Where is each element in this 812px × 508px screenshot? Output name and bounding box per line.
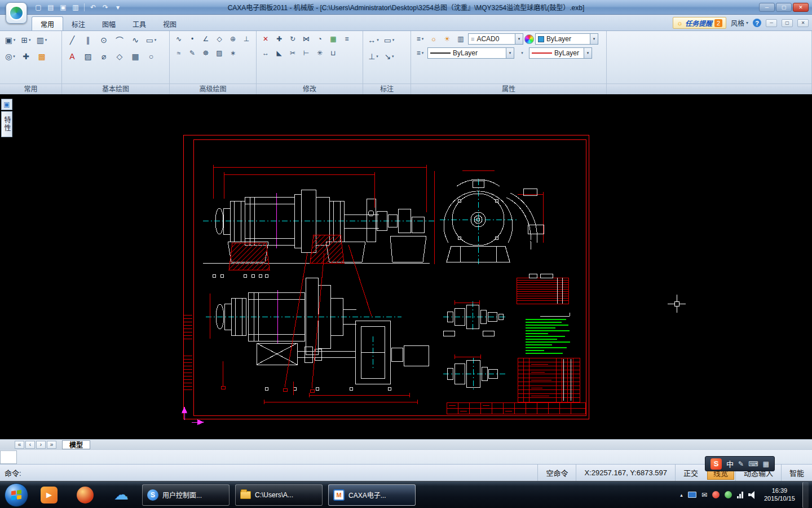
- line-button[interactable]: ╱: [65, 33, 80, 47]
- extend-button[interactable]: ⊢: [300, 47, 312, 59]
- tab-sheet[interactable]: 图幅: [94, 17, 124, 30]
- trim-button[interactable]: ✂: [286, 47, 299, 59]
- print-button[interactable]: ▥: [70, 2, 81, 12]
- smart-snap-toggle[interactable]: 智能: [781, 465, 812, 481]
- volume-tray-icon[interactable]: [748, 491, 757, 498]
- color-combo-caret[interactable]: ▾: [590, 34, 598, 44]
- show-desktop-button[interactable]: [802, 482, 809, 508]
- sogou-input-icon[interactable]: S: [710, 458, 722, 470]
- layer-on-off-button[interactable]: ☼: [427, 33, 440, 45]
- circle-button[interactable]: ⊙: [96, 33, 111, 47]
- layer-freeze-button[interactable]: ☀: [441, 33, 453, 45]
- linetype-combo-caret[interactable]: ▾: [506, 48, 514, 58]
- ime-pen-icon[interactable]: ✎: [738, 460, 744, 468]
- pan-button[interactable]: ✚: [19, 49, 33, 64]
- help-button[interactable]: ?: [753, 19, 761, 27]
- polygon-button[interactable]: ◇: [112, 49, 127, 64]
- arc-button[interactable]: ⌒: [112, 33, 127, 47]
- qat-overflow-button[interactable]: ▾: [112, 2, 123, 12]
- mdi-close-button[interactable]: ✕: [797, 19, 809, 27]
- scale-button[interactable]: ◔: [314, 33, 326, 45]
- display-tray-icon[interactable]: [688, 492, 696, 498]
- layers-button[interactable]: ≡: [414, 33, 426, 45]
- ortho-toggle[interactable]: 正交: [675, 465, 706, 481]
- tab-view[interactable]: 视图: [155, 17, 185, 30]
- layer-combo-caret[interactable]: ▾: [515, 34, 523, 44]
- layer-combobox[interactable]: ≡ ACAD0 ▾: [468, 33, 523, 45]
- first-sheet-button[interactable]: «: [15, 441, 24, 449]
- grid-button[interactable]: ▦: [128, 49, 143, 64]
- mirror-button[interactable]: ⋈: [300, 33, 312, 45]
- copy-button[interactable]: ⊞: [19, 33, 33, 47]
- stretch-button[interactable]: ↔: [259, 47, 272, 59]
- palette-tab-properties[interactable]: 特性: [1, 111, 12, 137]
- tab-tools[interactable]: 工具: [124, 17, 155, 30]
- linetype-more-button[interactable]: [515, 47, 528, 59]
- perpendicular-button[interactable]: ⊥: [240, 33, 253, 45]
- center-mark-button[interactable]: ⊕: [227, 33, 239, 45]
- color-wheel-icon[interactable]: [524, 34, 534, 44]
- task-reminder-button[interactable]: ☼ 任务提醒 2: [673, 17, 726, 29]
- spline-button[interactable]: ∿: [173, 33, 185, 45]
- message-tray-icon[interactable]: ✉: [701, 491, 707, 499]
- undo-button[interactable]: ↶: [87, 2, 99, 12]
- caxa-application-menu-button[interactable]: [6, 2, 27, 24]
- diameter-button[interactable]: ⌀: [96, 49, 111, 64]
- leader-button[interactable]: ↘: [382, 49, 396, 64]
- format-painter-button[interactable]: ▥: [34, 33, 49, 47]
- new-file-button[interactable]: ▢: [33, 2, 44, 12]
- browser-taskbar-icon[interactable]: [77, 487, 94, 503]
- mdi-restore-button[interactable]: ▢: [782, 19, 793, 27]
- drawing-canvas[interactable]: ▣ 特性: [0, 94, 812, 439]
- frame-button[interactable]: ▭: [382, 33, 396, 47]
- ime-language-toggle[interactable]: 中: [726, 458, 734, 469]
- linetype-button[interactable]: ≡: [414, 47, 426, 59]
- paste-button[interactable]: ▣: [3, 33, 17, 47]
- start-button[interactable]: [5, 483, 28, 507]
- lineweight-combo-caret[interactable]: ▾: [584, 48, 592, 58]
- command-prompt[interactable]: 命令:: [0, 467, 21, 478]
- rectangle-button[interactable]: ▭: [144, 33, 158, 47]
- save-file-button[interactable]: ▣: [58, 2, 69, 12]
- media-player-taskbar-icon[interactable]: ▶: [41, 487, 58, 503]
- explode-button[interactable]: ✳: [314, 47, 326, 59]
- ellipse-button[interactable]: ○: [144, 49, 158, 64]
- mdi-minimize-button[interactable]: ─: [766, 19, 777, 27]
- last-sheet-button[interactable]: »: [47, 441, 56, 449]
- style-dropdown[interactable]: 风格 ▾: [731, 18, 748, 28]
- polygon2-button[interactable]: ◇: [213, 33, 226, 45]
- taskbar-button-user-control-panel[interactable]: S 用户控制面...: [142, 484, 230, 506]
- curve-button[interactable]: ∿: [128, 33, 143, 47]
- hidden-icons-button[interactable]: ▴: [680, 492, 683, 498]
- network-tray-icon[interactable]: [737, 492, 743, 498]
- minimize-button[interactable]: ─: [759, 3, 775, 12]
- text-button[interactable]: A: [65, 49, 80, 64]
- corner-button[interactable]: ◣: [273, 47, 285, 59]
- taskbar-button-explorer[interactable]: C:\Users\A...: [235, 484, 323, 506]
- ime-toolbox-icon[interactable]: ▦: [762, 460, 769, 468]
- security-green-tray-icon[interactable]: [725, 491, 732, 498]
- join-button[interactable]: ⊔: [327, 47, 339, 59]
- model-tab[interactable]: 模型: [62, 440, 90, 449]
- color-combobox[interactable]: ByLayer ▾: [535, 33, 598, 45]
- taskbar-button-caxa[interactable]: M CAXA电子...: [328, 484, 416, 506]
- close-button[interactable]: ✕: [793, 3, 809, 12]
- point-button[interactable]: •: [186, 33, 198, 45]
- tab-common[interactable]: 常用: [32, 16, 63, 30]
- layer-plot-button[interactable]: ▥: [454, 33, 467, 45]
- datum-button[interactable]: ⊥: [366, 49, 381, 64]
- open-file-button[interactable]: ▤: [45, 2, 56, 12]
- erase-button[interactable]: ✕: [259, 33, 272, 45]
- offset-button[interactable]: ≡: [341, 33, 353, 45]
- next-sheet-button[interactable]: ›: [36, 441, 46, 449]
- linetype-combobox[interactable]: ByLayer ▾: [427, 47, 514, 59]
- axis-button[interactable]: ∗: [227, 47, 239, 59]
- parallel-line-button[interactable]: ∥: [81, 33, 95, 47]
- array-button[interactable]: ▦: [327, 33, 339, 45]
- lineweight-combobox[interactable]: ByLayer ▾: [529, 47, 592, 59]
- gear-button[interactable]: ☸: [200, 47, 212, 59]
- display-control-button[interactable]: ▩: [34, 49, 49, 64]
- clock[interactable]: 16:39 2015/10/15: [764, 487, 795, 503]
- rotate-button[interactable]: ↻: [286, 33, 299, 45]
- hatch-button[interactable]: ▨: [81, 49, 95, 64]
